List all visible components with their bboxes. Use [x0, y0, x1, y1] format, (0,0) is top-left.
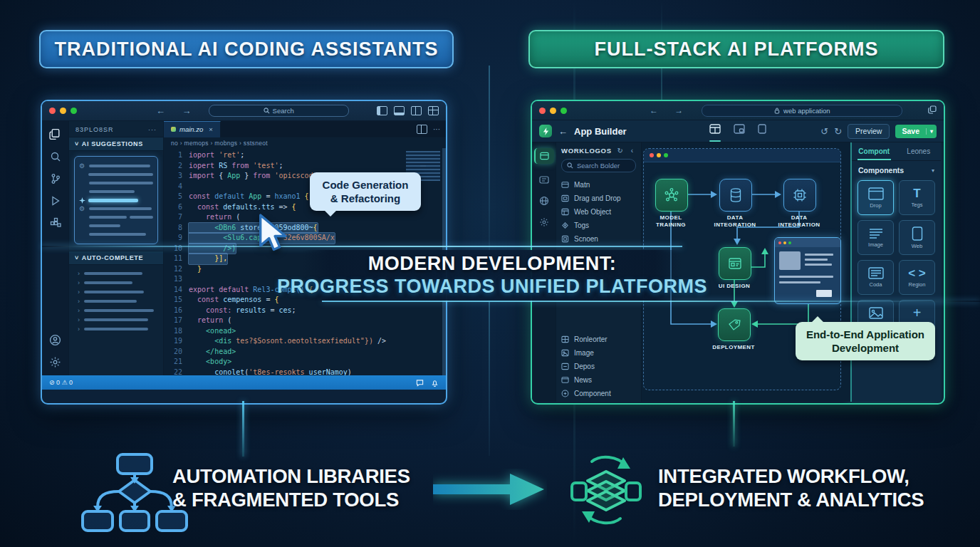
back-arrow-icon[interactable]: ← — [558, 126, 568, 137]
address-bar[interactable]: web application — [702, 105, 902, 117]
rail-pages-icon[interactable] — [534, 148, 554, 164]
save-button[interactable]: Save ▾ — [895, 125, 937, 138]
run-debug-icon[interactable] — [50, 195, 61, 207]
panel-header-icons[interactable]: ↻ ‹ — [617, 147, 637, 155]
sidebar-item[interactable]: Drag and Drop — [561, 192, 636, 205]
save-dropdown-caret[interactable]: ▾ — [926, 128, 937, 135]
ai-suggestions-panel: ⚙ ⚙ — [74, 156, 158, 244]
split-editor-icon[interactable] — [417, 125, 427, 134]
close-tab-icon[interactable]: × — [209, 125, 213, 133]
code-line: 16 const: results = ces; — [164, 306, 446, 316]
sidebar-item[interactable]: Depos — [561, 360, 636, 373]
search-sidebar-icon[interactable] — [50, 151, 61, 162]
canvas-view-icon[interactable] — [709, 124, 721, 138]
node-data-integration-1[interactable] — [719, 179, 752, 212]
sidebar-item[interactable]: News — [561, 373, 636, 387]
builder-search-box[interactable]: Search Bolder — [561, 159, 636, 172]
panel-toggle-icon[interactable] — [394, 106, 405, 115]
maximize-traffic-light[interactable] — [561, 108, 567, 114]
sidebar-item[interactable]: Matn — [561, 178, 636, 192]
autocomplete-item[interactable]: › — [69, 315, 163, 324]
page-view-icon[interactable] — [758, 124, 766, 138]
node-ui-design[interactable] — [719, 247, 751, 280]
minimize-traffic-light[interactable] — [60, 108, 66, 114]
close-traffic-light[interactable] — [539, 108, 546, 114]
component-tile-text[interactable]: T Tegs — [899, 180, 935, 215]
undo-icon[interactable]: ↺ — [820, 126, 828, 137]
component-tile-drop[interactable]: Drop — [858, 180, 894, 215]
autocomplete-item[interactable]: › — [69, 296, 163, 306]
tab-component[interactable]: Compont — [852, 142, 897, 160]
split-editor-icon[interactable] — [411, 106, 422, 115]
preview-button[interactable]: Preview — [848, 124, 890, 139]
node-model-training[interactable] — [655, 179, 688, 212]
glow-line-right-drop — [733, 401, 735, 447]
rail-layers-icon[interactable] — [539, 175, 549, 184]
sidebar-item[interactable]: Component — [561, 387, 636, 400]
section-auto-complete[interactable]: ˅ AUTO-COMPLETE — [69, 251, 163, 265]
notifications-bell-icon[interactable] — [431, 379, 439, 387]
split-view-icon[interactable] — [734, 124, 745, 138]
component-tile-image[interactable]: Image — [858, 220, 894, 255]
browser-nav-arrows[interactable]: ← → — [650, 105, 690, 115]
node-data-integration-2[interactable] — [783, 179, 816, 212]
redo-icon[interactable]: ↻ — [834, 126, 842, 137]
breadcrumb[interactable]: no › memops › mobngs › sstsneot — [164, 137, 446, 148]
components-panel: Compont Leones Components ▾ Drop T Tegs — [850, 142, 941, 402]
lock-icon — [774, 108, 780, 114]
section-ai-suggestions[interactable]: ˅ AI SUGGESTIONS — [69, 137, 163, 151]
text-icon: T — [913, 187, 920, 199]
suggestion-skeleton-row — [79, 170, 153, 179]
sidebar-item[interactable]: Web Object — [561, 205, 636, 219]
editor-search-box[interactable]: Search — [209, 105, 349, 117]
chevron-down-icon[interactable]: ▾ — [932, 167, 934, 174]
problems-status[interactable]: ⊘ 0 ⚠ 0 — [49, 379, 73, 386]
suggestion-skeleton-row-highlight[interactable] — [79, 196, 153, 204]
maximize-traffic-light[interactable] — [71, 108, 77, 114]
element-icon — [561, 208, 569, 216]
more-actions-icon[interactable]: ··· — [433, 125, 440, 133]
node-deployment[interactable] — [718, 308, 751, 341]
minimize-traffic-light[interactable] — [550, 108, 556, 114]
sidebar-item[interactable]: Eerhabs — [561, 400, 636, 402]
chevron-down-icon: ˅ — [75, 140, 79, 147]
sidebar-item[interactable]: Image — [561, 346, 636, 360]
sidebar-item[interactable]: Scnoen — [561, 232, 636, 246]
copy-tabs-icon[interactable] — [928, 105, 937, 114]
component-tile-region[interactable]: < > Region — [899, 260, 935, 295]
node-label: DATAINTEGRATION — [771, 214, 828, 229]
tab-layers[interactable]: Leones — [897, 142, 942, 160]
deployment-tag-icon — [727, 318, 741, 332]
more-actions-icon[interactable]: ··· — [148, 126, 157, 133]
account-icon[interactable] — [49, 334, 61, 346]
rail-gear-icon[interactable] — [539, 217, 549, 227]
layout-toggle-icons — [377, 106, 439, 115]
suggestion-skeleton-row — [79, 222, 153, 230]
feedback-icon[interactable] — [416, 379, 424, 387]
settings-gear-icon[interactable] — [49, 356, 61, 368]
autocomplete-item[interactable]: › — [69, 287, 163, 296]
rail-globe-icon[interactable] — [539, 196, 549, 206]
component-tile-web[interactable]: Web — [899, 220, 935, 255]
grid-layout-icon[interactable] — [428, 106, 439, 115]
sidebar-item[interactable]: Togs — [561, 219, 636, 232]
autocomplete-item[interactable]: › — [69, 324, 163, 333]
suggestion-skeleton-row — [79, 230, 153, 239]
tab-main-zo[interactable]: main.zo × — [164, 121, 221, 137]
sidebar-toggle-icon[interactable] — [377, 106, 387, 115]
extensions-icon[interactable] — [50, 217, 61, 229]
autocomplete-item[interactable]: › — [69, 306, 163, 315]
explorer-icon[interactable] — [49, 128, 61, 140]
history-nav-arrows[interactable]: ← → — [156, 105, 199, 116]
center-banner-line1: MODERN DEVELOPMENT: — [368, 253, 617, 275]
source-control-icon[interactable] — [50, 173, 61, 184]
autocomplete-item[interactable]: › — [69, 269, 163, 278]
autocomplete-item[interactable]: › — [69, 278, 163, 287]
component-tile-code[interactable]: Coda — [858, 260, 894, 295]
sidebar-item[interactable]: Ronleorter — [561, 333, 636, 346]
code-line: 2iopert RS from 'test'; — [164, 161, 446, 172]
code-line: 22 conolet('t8es-resokts userNamoy) — [164, 368, 446, 376]
app-preview-card[interactable] — [774, 237, 841, 304]
gear-icon: ⚙ — [79, 206, 86, 212]
close-traffic-light[interactable] — [49, 108, 56, 114]
